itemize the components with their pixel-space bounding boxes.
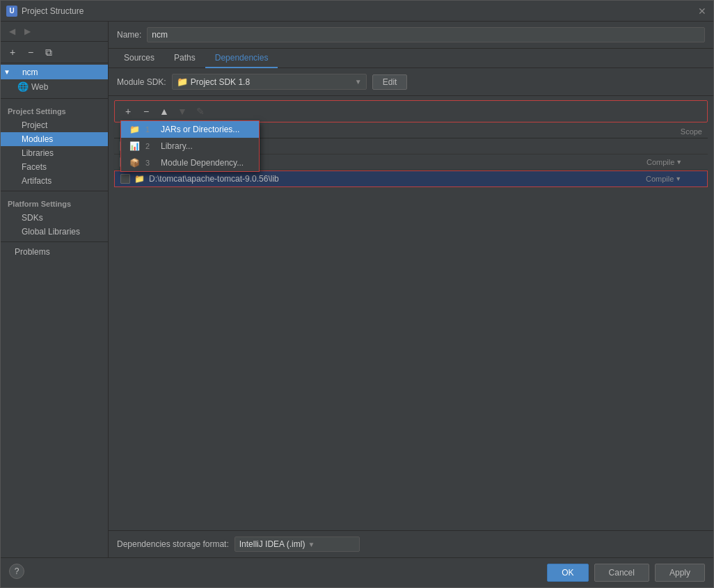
cancel-button[interactable]: Cancel [594,564,649,582]
apply-button[interactable]: Apply [655,564,705,582]
dep-add-button[interactable]: + [120,104,136,119]
sdk-row: Module SDK: 📁 Project SDK 1.8 ▼ Edit [109,68,713,96]
tabs-bar: Sources Paths Dependencies [109,49,713,68]
sidebar-item-problems[interactable]: Problems [1,245,108,259]
dep-add-dropdown: 📁 1 JARs or Directories... 📊 2 Library..… [120,120,260,172]
library-label: Library... [161,141,193,151]
name-input[interactable] [147,27,705,42]
add-module-button[interactable]: + [5,45,20,60]
storage-format-value: IntelliJ IDEA (.iml) [239,539,306,549]
tree-arrow-ncm: ▼ [3,68,10,76]
item-num-1: 1 [145,125,155,134]
dep-up-button[interactable]: ▲ [157,104,172,119]
sdk-select[interactable]: 📁 Project SDK 1.8 ▼ [172,74,367,90]
dep-toolbar: + − ▲ ▼ ✎ 📁 1 JARs or Directories... 📊 [114,100,708,122]
name-row: Name: [109,22,713,49]
title-bar: U Project Structure ✕ [1,1,713,22]
footer: ? OK Cancel Apply [1,557,713,587]
dep-remove-button[interactable]: − [138,104,154,119]
nav-arrows: ◀ ▶ [1,22,108,42]
tab-paths[interactable]: Paths [164,49,205,68]
storage-chevron-icon: ▼ [308,541,315,548]
close-button[interactable]: ✕ [697,6,708,17]
sidebar-item-project[interactable]: Project [1,118,108,132]
item-num-2: 2 [145,142,155,150]
dep-name-tomcat: D:\tomcat\apache-tomcat-9.0.56\lib [149,174,646,184]
sidebar-divider-2 [1,191,108,191]
dep-scope-header: Scope [633,127,702,136]
sidebar-item-global-libraries[interactable]: Global Libraries [1,225,108,239]
module-dep-icon: 📦 [129,158,140,168]
dep-scope-javaee[interactable]: Compile ▼ [646,158,702,166]
module-dep-label: Module Dependency... [161,158,244,168]
library-icon: 📊 [129,141,140,151]
sidebar-item-sdks[interactable]: SDKs [1,211,108,225]
sidebar-item-artifacts[interactable]: Artifacts [1,174,108,188]
module-tree: ▼ ⊞ ncm 🌐 Web [1,63,108,95]
dep-scope-tomcat[interactable]: Compile ▼ [646,175,701,183]
bottom-bar: Dependencies storage format: IntelliJ ID… [109,530,713,557]
edit-sdk-button[interactable]: Edit [372,74,408,90]
module-icon-ncm: ⊞ [12,67,19,77]
dep-table: Scope 📊 < Module source> (1.8....) 📊 Jav… [109,122,713,530]
name-label: Name: [117,30,141,40]
web-icon: 🌐 [17,81,29,92]
tree-label-web: Web [31,82,48,92]
item-num-3: 3 [145,159,155,167]
project-structure-window: U Project Structure ✕ ◀ ▶ + − ⧉ ▼ ⊞ [0,0,714,588]
main-content: ◀ ▶ + − ⧉ ▼ ⊞ ncm 🌐 Web [1,22,713,557]
tree-item-web[interactable]: 🌐 Web [1,79,108,94]
dependencies-area: + − ▲ ▼ ✎ 📁 1 JARs or Directories... 📊 [109,96,713,557]
app-icon: U [6,6,17,17]
tab-sources[interactable]: Sources [114,49,164,68]
forward-button[interactable]: ▶ [20,24,34,38]
dropdown-item-jars[interactable]: 📁 1 JARs or Directories... [121,121,259,138]
sidebar-divider-3 [1,241,108,242]
platform-settings-section: Platform Settings [1,194,108,211]
dep-row-tomcat: 📁 D:\tomcat\apache-tomcat-9.0.56\lib Com… [114,170,708,187]
tab-dependencies[interactable]: Dependencies [205,49,278,68]
sidebar-item-modules[interactable]: Modules [1,132,108,146]
sidebar-divider-1 [1,98,108,99]
window-title: Project Structure [22,6,697,16]
sdk-label: Module SDK: [117,77,166,87]
remove-module-button[interactable]: − [23,45,38,60]
storage-label: Dependencies storage format: [117,539,229,549]
dep-edit-button[interactable]: ✎ [193,104,208,119]
scope-chevron-tomcat: ▼ [675,175,681,182]
sdk-chevron-icon: ▼ [355,78,362,86]
jars-icon: 📁 [129,125,140,134]
scope-chevron-javaee: ▼ [676,159,682,166]
sidebar: ◀ ▶ + − ⧉ ▼ ⊞ ncm 🌐 Web [1,22,109,557]
copy-module-button[interactable]: ⧉ [41,45,56,60]
jars-label: JARs or Directories... [161,125,239,134]
dep-checkbox-tomcat[interactable] [120,174,130,184]
storage-format-select[interactable]: IntelliJ IDEA (.iml) ▼ [235,537,360,552]
tree-item-ncm[interactable]: ▼ ⊞ ncm [1,65,108,79]
dropdown-item-module-dep[interactable]: 📦 3 Module Dependency... [121,154,259,171]
sidebar-item-libraries[interactable]: Libraries [1,146,108,160]
dep-icon-tomcat: 📁 [134,174,145,184]
back-button[interactable]: ◀ [5,24,19,38]
right-panel: Name: Sources Paths Dependencies Module … [109,22,713,557]
sdk-value: Project SDK 1.8 [191,77,355,87]
dropdown-item-library[interactable]: 📊 2 Library... [121,138,259,154]
sidebar-item-facets[interactable]: Facets [1,160,108,174]
help-button[interactable]: ? [9,564,24,579]
dep-down-button[interactable]: ▼ [175,104,190,119]
project-settings-section: Project Settings [1,102,108,118]
ok-button[interactable]: OK [547,564,588,582]
sdk-icon: 📁 [177,77,188,87]
tree-label-ncm: ncm [22,67,38,77]
